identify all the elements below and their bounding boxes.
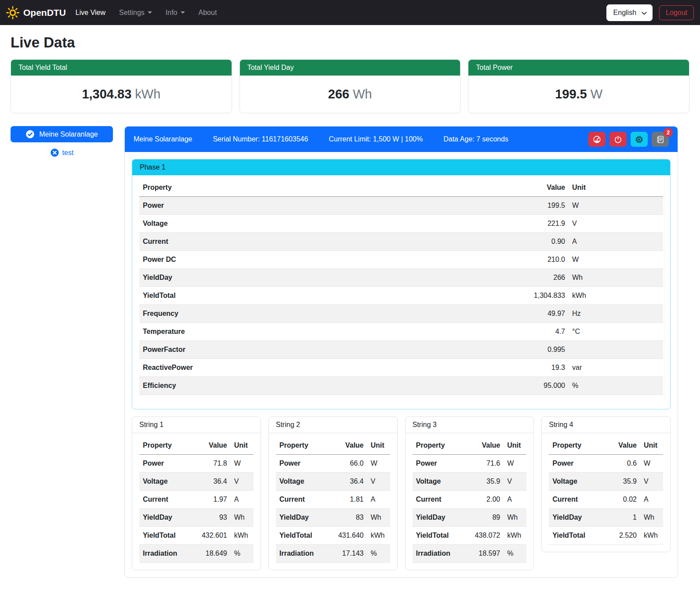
column-header-property: Property <box>139 437 193 455</box>
language-select[interactable]: English <box>606 4 653 21</box>
table-row: Voltage35.9V <box>413 473 527 491</box>
value-cell: 210.0 <box>396 251 569 269</box>
table-head: PropertyValueUnit <box>549 437 663 455</box>
nav-item-info[interactable]: Info <box>166 5 185 20</box>
unit-cell: W <box>231 455 254 473</box>
nav-item-settings[interactable]: Settings <box>119 5 152 20</box>
table-row: Power199.5W <box>139 197 663 215</box>
journal-text-icon <box>656 135 664 144</box>
property-cell: Irradiation <box>139 545 193 563</box>
property-cell: Irradiation <box>276 545 330 563</box>
event-log-button[interactable]: 2 <box>652 132 669 147</box>
string-table: PropertyValueUnitPower0.6WVoltage35.9VCu… <box>549 437 663 545</box>
inverter-serial: Serial Number: 116171603546 <box>213 135 308 143</box>
table-row: Irradiation18.597% <box>413 545 527 563</box>
property-cell: ReactivePower <box>139 359 396 377</box>
value-cell: 0.995 <box>396 341 569 359</box>
value-cell: 438.072 <box>466 527 504 545</box>
nav-links: Live View Settings Info About <box>76 5 231 20</box>
unit-cell: V <box>504 473 526 491</box>
unit-cell: A <box>504 491 526 509</box>
brand-logo[interactable]: OpenDTU <box>6 6 66 19</box>
unit-cell: A <box>640 491 663 509</box>
summary-value: 1,304.83 <box>82 87 131 101</box>
header-row: PropertyValueUnit <box>413 437 527 455</box>
inverter-name: Meine Solaranlage <box>134 135 192 143</box>
phase-panel: Phase 1 PropertyValueUnitPower199.5WVolt… <box>132 159 671 409</box>
unit-cell: var <box>569 359 663 377</box>
table-row: Current0.02A <box>549 491 663 509</box>
power-icon <box>614 135 622 144</box>
table-row: PowerFactor0.995 <box>139 341 663 359</box>
brand-name: OpenDTU <box>23 7 66 18</box>
table-row: Power DC210.0W <box>139 251 663 269</box>
string-card-body: PropertyValueUnitPower66.0WVoltage36.4VC… <box>269 433 397 563</box>
column-header-unit: Unit <box>367 437 390 455</box>
value-cell: 0.6 <box>602 455 640 473</box>
chevron-down-icon <box>641 10 647 18</box>
property-cell: PowerFactor <box>139 341 396 359</box>
logout-button[interactable]: Logout <box>659 5 694 20</box>
value-cell: 1.97 <box>193 491 231 509</box>
phase-body: PropertyValueUnitPower199.5WVoltage221.9… <box>132 175 670 409</box>
column-header-unit: Unit <box>640 437 663 455</box>
table-row: YieldTotal2.520kWh <box>549 527 663 545</box>
table-body: Power199.5WVoltage221.9VCurrent0.90APowe… <box>139 197 663 395</box>
inverter-toggle-test[interactable]: test <box>11 148 113 157</box>
value-cell: 35.9 <box>466 473 504 491</box>
summary-card-body: 266Wh <box>240 76 461 113</box>
inverter-header: Meine Solaranlage Serial Number: 1161716… <box>125 127 678 152</box>
table-row: ReactivePower19.3var <box>139 359 663 377</box>
unit-cell: % <box>367 545 390 563</box>
property-cell: Current <box>139 491 193 509</box>
nav-item-label: Settings <box>119 9 145 17</box>
table-row: YieldDay83Wh <box>276 509 390 527</box>
inverter-select-button[interactable]: Meine Solaranlage <box>11 126 113 142</box>
string-card-body: PropertyValueUnitPower0.6WVoltage35.9VCu… <box>542 433 670 545</box>
summary-card-body: 1,304.83kWh <box>11 76 232 113</box>
table-head: PropertyValueUnit <box>139 179 663 197</box>
property-cell: Efficiency <box>139 377 396 395</box>
column-header-value: Value <box>193 437 231 455</box>
table-head: PropertyValueUnit <box>139 437 254 455</box>
column-header-unit: Unit <box>231 437 254 455</box>
power-button[interactable] <box>609 132 627 147</box>
nav-item-live-view[interactable]: Live View <box>76 5 105 20</box>
unit-cell: W <box>569 197 663 215</box>
value-cell: 2.00 <box>466 491 504 509</box>
table-row: Irradiation17.143% <box>276 545 390 563</box>
property-cell: YieldTotal <box>549 527 602 545</box>
column-header-value: Value <box>602 437 640 455</box>
string-card-body: PropertyValueUnitPower71.8WVoltage36.4VC… <box>132 433 261 563</box>
summary-unit: Wh <box>353 87 372 101</box>
table-row: YieldDay89Wh <box>413 509 527 527</box>
phase-title: Phase 1 <box>132 159 670 175</box>
inverter-card: Meine Solaranlage Serial Number: 1161716… <box>124 126 678 578</box>
value-cell: 83 <box>330 509 367 527</box>
summary-unit: kWh <box>135 87 160 101</box>
inverter-body: Phase 1 PropertyValueUnitPower199.5WVolt… <box>125 152 678 577</box>
value-cell: 19.3 <box>396 359 569 377</box>
value-cell: 49.97 <box>396 305 569 323</box>
string-card-body: PropertyValueUnitPower71.6WVoltage35.9VC… <box>406 433 534 563</box>
table-body: Power71.6WVoltage35.9VCurrent2.00AYieldD… <box>413 455 527 563</box>
column-header-property: Property <box>139 179 396 197</box>
main-container: Live Data Total Yield Total 1,304.83kWh … <box>0 34 700 578</box>
nav-item-about[interactable]: About <box>199 5 217 20</box>
unit-cell: Wh <box>640 509 663 527</box>
unit-cell: Hz <box>569 305 663 323</box>
summary-unit: W <box>591 87 602 101</box>
property-cell: YieldDay <box>276 509 330 527</box>
device-info-button[interactable] <box>631 132 648 147</box>
event-count-badge: 2 <box>664 128 673 137</box>
property-cell: Current <box>549 491 602 509</box>
limit-settings-button[interactable] <box>588 132 606 147</box>
value-cell: 17.143 <box>330 545 367 563</box>
table-row: Irradiation18.649% <box>139 545 254 563</box>
table-row: Current0.90A <box>139 233 663 251</box>
unit-cell: Wh <box>569 269 663 287</box>
table-row: YieldTotal438.072kWh <box>413 527 527 545</box>
chevron-down-icon <box>181 11 185 14</box>
table-row: Current1.97A <box>139 491 254 509</box>
inverter-sidebar: Meine Solaranlage test <box>11 126 113 157</box>
